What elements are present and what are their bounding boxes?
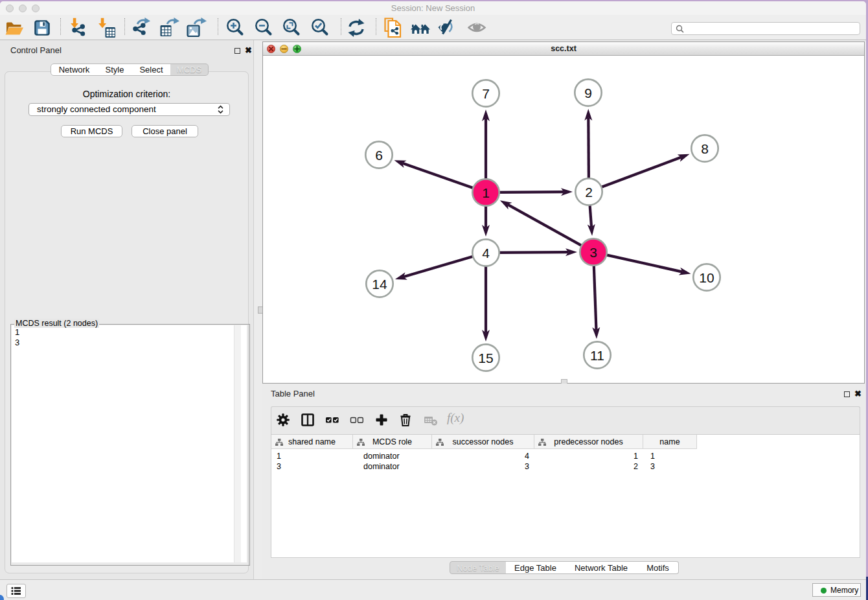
svg-text:9: 9 [584, 86, 592, 100]
svg-text:15: 15 [478, 351, 493, 365]
svg-text:3: 3 [589, 245, 597, 260]
svg-text:1: 1 [482, 185, 490, 200]
svg-text:14: 14 [372, 277, 387, 292]
svg-text:10: 10 [699, 270, 714, 285]
svg-text:8: 8 [701, 141, 709, 156]
svg-text:7: 7 [482, 86, 490, 101]
svg-text:2: 2 [585, 185, 593, 200]
svg-text:11: 11 [590, 348, 604, 363]
svg-text:4: 4 [482, 246, 490, 260]
svg-text:6: 6 [375, 148, 383, 163]
